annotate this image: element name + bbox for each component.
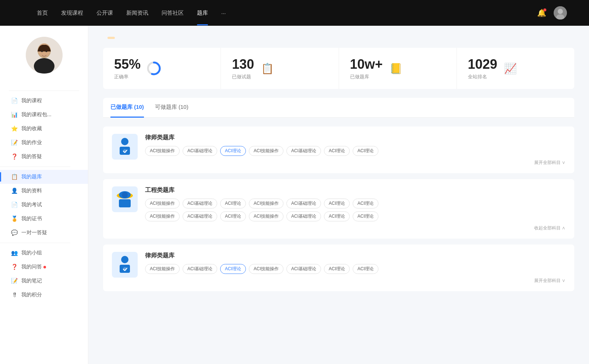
sidebar-label-5: 我的题库 bbox=[21, 174, 42, 180]
sidebar-item-6[interactable]: 👤 我的资料 bbox=[0, 184, 88, 198]
qbank-expand-0[interactable]: 展开全部科目 ∨ bbox=[145, 160, 565, 166]
stat-item-3: 1029 全站排名 📈 bbox=[457, 48, 574, 89]
sidebar-item-8[interactable]: 🏅 我的证书 bbox=[0, 212, 88, 226]
qbank-tag-1-7-3[interactable]: ACI技能操作 bbox=[249, 211, 283, 221]
qbank-tag-1-7-5[interactable]: ACI理论 bbox=[324, 211, 350, 221]
navbar-item-···[interactable]: ··· bbox=[221, 10, 226, 16]
qbank-tag-2-0-3[interactable]: ACI技能操作 bbox=[249, 264, 283, 274]
sidebar-divider-9 bbox=[0, 243, 70, 243]
qbank-tag-2-0-1[interactable]: ACI基础理论 bbox=[183, 264, 217, 274]
sidebar-icon-6: 👤 bbox=[11, 188, 18, 194]
sidebar-icon-3: 📝 bbox=[11, 139, 18, 146]
qbank-tag-2-0-4[interactable]: ACI基础理论 bbox=[286, 264, 321, 274]
qbank-tag-1-0-1[interactable]: ACI基础理论 bbox=[183, 199, 217, 208]
qbank-cards: 律师类题库 ACI技能操作ACI基础理论ACI理论ACI技能操作ACI基础理论A… bbox=[103, 126, 574, 291]
stat-number-2: 10w+ 已做题库 bbox=[350, 57, 383, 80]
sidebar-item-0[interactable]: 📄 我的课程 bbox=[0, 94, 88, 108]
sidebar-item-10[interactable]: 👥 我的小组 bbox=[0, 246, 88, 260]
qbank-tag-1-0-5[interactable]: ACI理论 bbox=[324, 199, 350, 208]
qbank-body-2: 律师类题库 ACI技能操作ACI基础理论ACI理论ACI技能操作ACI基础理论A… bbox=[145, 252, 565, 284]
sidebar-item-3[interactable]: 📝 我的作业 bbox=[0, 136, 88, 150]
sidebar-item-1[interactable]: 📊 我的课程包... bbox=[0, 108, 88, 122]
tab-1[interactable]: 可做题库 (10) bbox=[155, 98, 188, 118]
navbar-item-新闻资讯[interactable]: 新闻资讯 bbox=[126, 10, 148, 17]
qbank-tag-1-0-6[interactable]: ACI理论 bbox=[353, 199, 378, 208]
qbank-tag-2-0-2[interactable]: ACI理论 bbox=[220, 264, 246, 274]
sidebar-item-7[interactable]: 📄 我的考试 bbox=[0, 198, 88, 212]
navbar-nav: 首页发现课程公开课新闻资讯问答社区题库··· bbox=[37, 10, 530, 17]
stat-item-1: 130 已做试题 📋 bbox=[221, 48, 339, 89]
qbank-tag-1-7-0[interactable]: ACI技能操作 bbox=[145, 211, 180, 221]
sidebar-label-11: 我的问答 bbox=[21, 264, 42, 270]
qbank-tag-1-7-2[interactable]: ACI理论 bbox=[220, 211, 246, 221]
notification-bell[interactable]: 🔔 bbox=[537, 8, 546, 17]
sidebar-label-13: 我的积分 bbox=[21, 292, 42, 298]
qbank-expand-1[interactable]: 收起全部科目 ∧ bbox=[145, 225, 565, 231]
qbank-tag-0-0-0[interactable]: ACI技能操作 bbox=[145, 146, 180, 156]
svg-point-1 bbox=[558, 9, 563, 14]
qbank-tag-1-0-3[interactable]: ACI技能操作 bbox=[249, 199, 283, 208]
svg-point-7 bbox=[41, 51, 43, 52]
stat-value-3: 1029 bbox=[468, 57, 497, 72]
sidebar-icon-10: 👥 bbox=[11, 250, 18, 256]
qbank-tag-1-0-2[interactable]: ACI理论 bbox=[220, 199, 246, 208]
trial-badge bbox=[107, 37, 115, 39]
qbank-tag-0-0-1[interactable]: ACI基础理论 bbox=[183, 146, 217, 156]
sidebar-avatar bbox=[26, 37, 63, 74]
sidebar-icon-9: 💬 bbox=[11, 229, 18, 236]
qbank-body-1: 工程类题库 ACI技能操作ACI基础理论ACI理论ACI技能操作ACI基础理论A… bbox=[145, 186, 565, 231]
qbank-tag-2-0-0[interactable]: ACI技能操作 bbox=[145, 264, 180, 274]
navbar-item-题库[interactable]: 题库 bbox=[197, 10, 208, 17]
tabs-row: 已做题库 (10)可做题库 (10) bbox=[103, 98, 574, 118]
tag-row-2-0: ACI技能操作ACI基础理论ACI理论ACI技能操作ACI基础理论ACI理论AC… bbox=[145, 264, 565, 274]
qbank-tag-1-0-4[interactable]: ACI基础理论 bbox=[286, 199, 321, 208]
qbank-card-2: 律师类题库 ACI技能操作ACI基础理论ACI理论ACI技能操作ACI基础理论A… bbox=[103, 245, 574, 291]
svg-point-18 bbox=[121, 256, 128, 263]
qbank-icon-2 bbox=[112, 252, 138, 278]
sidebar-icon-12: 📝 bbox=[11, 278, 18, 284]
sidebar-label-3: 我的作业 bbox=[21, 139, 42, 146]
stat-number-3: 1029 全站排名 bbox=[468, 57, 497, 80]
navbar-item-问答社区[interactable]: 问答社区 bbox=[162, 10, 184, 17]
qbank-tag-1-7-4[interactable]: ACI基础理论 bbox=[286, 211, 321, 221]
qbank-expand-2[interactable]: 展开全部科目 ∨ bbox=[145, 278, 565, 284]
sidebar-item-12[interactable]: 📝 我的笔记 bbox=[0, 274, 88, 288]
svg-point-5 bbox=[34, 58, 54, 74]
sidebar-item-9[interactable]: 💬 一对一答疑 bbox=[0, 226, 88, 240]
sidebar-label-12: 我的笔记 bbox=[21, 278, 42, 284]
page-layout: 📄 我的课程 📊 我的课程包... ⭐ 我的收藏 📝 我的作业 ❓ 我的答疑 📋… bbox=[0, 26, 589, 364]
sidebar-label-8: 我的证书 bbox=[21, 215, 42, 222]
stat-value-0: 55% bbox=[114, 57, 141, 72]
sidebar-item-11[interactable]: ❓ 我的问答 bbox=[0, 260, 88, 274]
sidebar-item-13[interactable]: 🎖 我的积分 bbox=[0, 288, 88, 302]
qbank-tag-2-0-6[interactable]: ACI理论 bbox=[353, 264, 378, 274]
qbank-title-0: 律师类题库 bbox=[145, 134, 565, 142]
tab-0[interactable]: 已做题库 (10) bbox=[110, 98, 144, 118]
sidebar-label-1: 我的课程包... bbox=[21, 111, 52, 118]
navbar-item-发现课程[interactable]: 发现课程 bbox=[61, 10, 83, 17]
qbank-tag-0-0-6[interactable]: ACI理论 bbox=[353, 146, 378, 156]
rank-icon: 📈 bbox=[503, 61, 518, 76]
sidebar-item-4[interactable]: ❓ 我的答疑 bbox=[0, 150, 88, 164]
stat-label-3: 全站排名 bbox=[468, 74, 497, 80]
qbank-tag-0-0-4[interactable]: ACI基础理论 bbox=[286, 146, 321, 156]
qbank-title-1: 工程类题库 bbox=[145, 186, 565, 194]
navbar-right: 🔔 bbox=[530, 6, 574, 19]
user-avatar[interactable] bbox=[554, 6, 567, 19]
stat-label-2: 已做题库 bbox=[350, 74, 383, 80]
qbank-tag-0-0-3[interactable]: ACI技能操作 bbox=[249, 146, 283, 156]
sidebar-icon-2: ⭐ bbox=[11, 125, 18, 132]
sidebar-item-2[interactable]: ⭐ 我的收藏 bbox=[0, 122, 88, 136]
sidebar-label-10: 我的小组 bbox=[21, 250, 42, 256]
sidebar-item-5[interactable]: 📋 我的题库 bbox=[0, 170, 88, 184]
qbank-tag-1-7-1[interactable]: ACI基础理论 bbox=[183, 211, 217, 221]
qbank-tag-1-7-6[interactable]: ACI理论 bbox=[353, 211, 378, 221]
qbank-tag-1-0-0[interactable]: ACI技能操作 bbox=[145, 199, 180, 208]
qbank-tag-0-0-2[interactable]: ACI理论 bbox=[220, 146, 246, 156]
notebook-icon: 📋 bbox=[260, 61, 275, 76]
qbank-tag-2-0-5[interactable]: ACI理论 bbox=[324, 264, 350, 274]
navbar-item-公开课[interactable]: 公开课 bbox=[96, 10, 113, 17]
tag-row-1-7: ACI技能操作ACI基础理论ACI理论ACI技能操作ACI基础理论ACI理论AC… bbox=[145, 211, 565, 221]
navbar-item-首页[interactable]: 首页 bbox=[37, 10, 48, 17]
qbank-tag-0-0-5[interactable]: ACI理论 bbox=[324, 146, 350, 156]
